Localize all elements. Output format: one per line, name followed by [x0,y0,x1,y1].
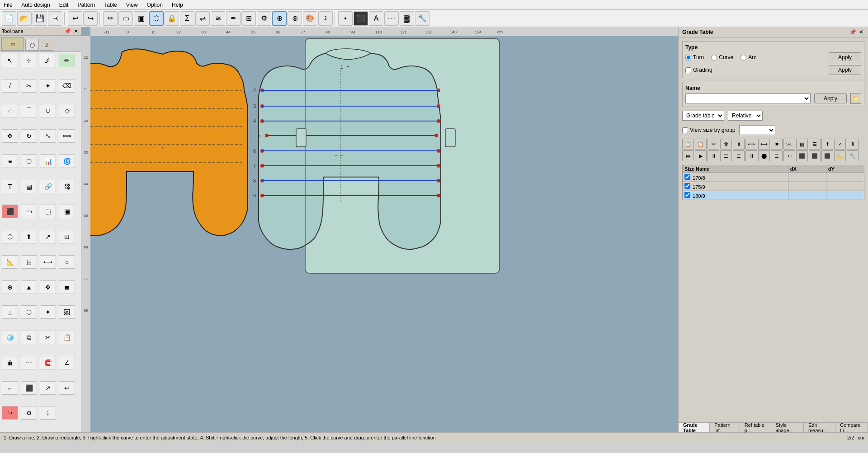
tool-pane-pin[interactable]: 📌 [63,28,72,34]
tool-move[interactable]: ✥ [2,129,18,143]
gt-btn-measure[interactable]: 📐 [834,150,846,161]
tool-grain[interactable]: ⟷ [40,255,56,269]
tool-rotate[interactable]: ↻ [21,129,37,143]
grading-apply-button[interactable]: Apply [829,65,861,75]
type-apply-button[interactable]: Apply [829,52,861,62]
tb-tool[interactable]: 🔧 [415,11,429,26]
tb-settings[interactable]: ⚙ [257,11,271,26]
gt-btn-intersect[interactable]: ✖ [771,139,783,149]
tb-print[interactable]: 🖨 [48,11,62,26]
gt-btn-black3[interactable]: ⬛ [821,150,833,161]
tool-delete[interactable]: 🗑 [2,356,18,369]
tb-pattern2[interactable]: ▓ [400,11,414,26]
size-checkbox[interactable] [684,192,690,198]
tool-select[interactable]: ↖ [2,54,18,67]
tool-snap[interactable]: 🧲 [40,356,56,369]
tool-node[interactable]: ⊹ [21,54,37,67]
grade-table-close[interactable]: ✕ [858,29,864,35]
tool-corner[interactable]: ⌐ [2,104,18,117]
tb-dash[interactable]: - - - [384,11,399,26]
gt-btn-back[interactable]: ↩ [783,150,795,161]
tool-flip[interactable]: ⟺ [59,129,75,143]
gt-btn-cut[interactable]: ✂ [708,139,719,149]
tool-shape2[interactable]: ⬡ [2,230,18,243]
tb-dot2[interactable]: • [338,11,353,26]
tool-arrow2[interactable]: ↗ [40,381,56,395]
tool-corner2[interactable]: ⌐ [2,381,18,395]
tool-pattern[interactable]: ⬡ [21,154,37,168]
gt-btn-col2[interactable]: ☰ [771,150,783,161]
tool-photo[interactable]: 🖼 [59,305,75,319]
tool-smooth[interactable]: ⌒ [21,104,37,117]
menu-help[interactable]: Help [170,1,185,9]
gt-btn-list[interactable]: ☰ [809,139,821,149]
tool-paste[interactable]: 📋 [59,331,75,344]
gt-btn-list2[interactable]: ☰ [720,150,732,161]
radio-arc-input[interactable] [741,55,746,61]
tb-lock[interactable]: 🔒 [165,11,179,26]
tb-cross[interactable]: ⊗ [288,11,302,26]
menu-file[interactable]: File [2,1,14,9]
tool-mark[interactable]: ✦ [40,79,56,93]
tool-back[interactable]: ↩ [59,381,75,395]
gt-btn-split-v[interactable]: ⟷ [758,139,770,149]
gt-btn-paste[interactable]: 📋 [695,139,707,149]
tab-grade-table[interactable]: Grade Table [679,423,710,432]
tool-table[interactable]: ▤ [21,180,37,193]
tb-undo[interactable]: ↩ [68,11,82,26]
tool-grid2[interactable]: ▣ [59,205,75,218]
tool-top-tab-1[interactable]: ▭ [1,37,24,51]
tool-arc[interactable]: ∪ [40,104,56,117]
gt-btn-check[interactable]: ✓ [834,139,846,149]
gt-btn-up[interactable]: ⬆ [733,139,745,149]
tab-compare-li[interactable]: Compare Li... [835,423,868,432]
tool-mark2[interactable]: ✦ [40,305,56,319]
tool-draw-line[interactable]: ✏ [59,54,75,67]
menu-table[interactable]: Table [102,1,119,9]
gt-btn-first[interactable]: ⏮ [682,150,694,161]
tab-ref-table[interactable]: Ref table p... [740,423,771,432]
size-table-row[interactable]: 175/9 [683,182,864,191]
tb-draw[interactable]: ✒ [226,11,241,26]
tb-black[interactable]: ⬛ [354,11,368,26]
tool-grading[interactable]: ⚙ [21,406,37,420]
grading-checkbox[interactable] [685,67,691,73]
dy-cell[interactable] [826,182,864,191]
tb-new[interactable]: 📄 [2,11,16,26]
tool-text[interactable]: T [2,180,18,193]
tool-lines[interactable]: ≡ [2,154,18,168]
tb-grid[interactable]: ▣ [134,11,148,26]
menu-option[interactable]: Option [145,1,165,9]
tool-eraser[interactable]: ⌫ [59,79,75,93]
tool-stop[interactable]: ⬛ [2,205,18,218]
tool-cut2[interactable]: ✂ [40,331,56,344]
radio-curve-input[interactable] [711,55,717,61]
tool-3d[interactable]: 🧊 [2,331,18,344]
gt-btn-bars[interactable]: ⏸ [745,150,757,161]
tool-top-tab-2[interactable]: ◯ [25,39,39,51]
tool-poly[interactable]: ◇ [59,104,75,117]
tool-layer[interactable]: ⬛ [21,381,37,395]
name-apply-button[interactable]: Apply [814,93,847,103]
tb-save[interactable]: 💾 [33,11,47,26]
tb-dot[interactable]: ⊕ [272,11,287,26]
radio-arc[interactable]: Arc [741,54,756,61]
tool-link[interactable]: 🔗 [40,180,56,193]
dx-cell[interactable] [788,182,826,191]
tool-select2[interactable]: ↗ [40,230,56,243]
tool-curve-edit[interactable]: 🖊 [40,54,56,67]
tool-notch[interactable]: ▲ [21,280,37,294]
tool-scale[interactable]: ⤡ [40,129,56,143]
tool-grade2[interactable]: ⊹ [40,406,56,420]
gt-btn-down[interactable]: ⬇ [847,139,859,149]
canvas-content[interactable]: ←→ 1 [90,36,678,432]
gt-btn-split-h[interactable]: ⟺ [745,139,757,149]
gt-btn-play[interactable]: ▶ [695,150,707,161]
tab-style-image[interactable]: Style image... [771,423,804,432]
gt-btn-copy[interactable]: 📋 [682,139,694,149]
menu-pattern[interactable]: Pattern [75,1,97,9]
size-table-row[interactable]: 180/9 [683,191,864,200]
tb-text-a[interactable]: A [369,11,383,26]
size-checkbox[interactable] [684,183,690,189]
radio-turn[interactable]: Turn [685,54,704,61]
